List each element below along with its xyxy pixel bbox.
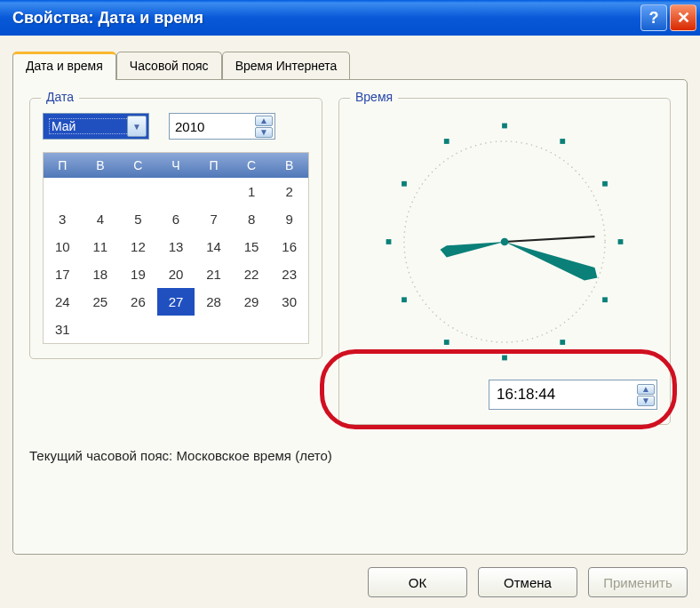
chevron-up-icon: ▲ [641, 384, 650, 394]
svg-rect-4 [602, 297, 608, 302]
tab-panel: Дата Май ▼ 2010 ▲ ▼ [12, 79, 688, 555]
calendar-day[interactable]: 29 [233, 288, 271, 316]
calendar-day [82, 178, 120, 205]
year-spinner[interactable]: 2010 ▲ ▼ [169, 113, 275, 140]
calendar-day [195, 178, 233, 205]
weekday-header: Ч [157, 153, 195, 178]
calendar-day[interactable]: 19 [119, 260, 157, 288]
calendar-day[interactable]: 27 [157, 288, 195, 316]
calendar-day [270, 316, 308, 343]
dialog-buttons: ОК Отмена Применить [12, 567, 688, 597]
calendar-day[interactable]: 1 [233, 178, 271, 205]
calendar-day[interactable]: 20 [157, 260, 195, 288]
month-dropdown[interactable]: Май ▼ [43, 113, 149, 140]
tab-label: Дата и время [26, 59, 103, 73]
year-up-button[interactable]: ▲ [255, 116, 273, 126]
close-icon: ✕ [677, 8, 690, 28]
calendar: ПВСЧПСВ 12345678910111213141516171819202… [43, 152, 309, 344]
chevron-down-icon: ▼ [259, 127, 268, 137]
calendar-day[interactable]: 9 [270, 205, 308, 233]
weekday-header: С [233, 153, 271, 178]
weekday-header: П [44, 153, 82, 178]
time-value: 16:18:44 [497, 386, 555, 404]
apply-button[interactable]: Применить [588, 567, 688, 597]
cancel-button[interactable]: Отмена [478, 567, 577, 597]
chevron-down-icon: ▼ [132, 122, 141, 132]
window-title: Свойства: Дата и время [12, 9, 638, 28]
time-down-button[interactable]: ▼ [637, 396, 655, 406]
tab-label: Часовой пояс [130, 59, 209, 73]
svg-rect-11 [444, 139, 449, 144]
calendar-day[interactable]: 18 [82, 260, 120, 288]
month-dropdown-button[interactable]: ▼ [127, 116, 147, 137]
date-legend: Дата [41, 90, 79, 104]
tab-label: Время Интернета [235, 59, 338, 73]
svg-rect-0 [502, 124, 507, 129]
time-fieldset: Время 1 [338, 98, 671, 425]
svg-rect-2 [602, 181, 608, 187]
calendar-day[interactable]: 2 [270, 178, 308, 205]
hour-hand [441, 242, 505, 257]
calendar-header: ПВСЧПСВ [44, 153, 308, 178]
calendar-day[interactable]: 22 [233, 260, 271, 288]
calendar-day[interactable]: 3 [44, 205, 82, 233]
time-up-button[interactable]: ▲ [637, 384, 655, 395]
calendar-day[interactable]: 25 [82, 288, 120, 316]
calendar-day[interactable]: 16 [270, 233, 308, 260]
calendar-day[interactable]: 31 [44, 316, 82, 343]
time-legend: Время [350, 90, 398, 104]
help-icon: ? [649, 9, 659, 28]
calendar-day [44, 178, 82, 205]
tab-timezone[interactable]: Часовой пояс [116, 52, 222, 79]
tab-date-time[interactable]: Дата и время [12, 52, 116, 80]
svg-rect-6 [502, 356, 507, 361]
calendar-day[interactable]: 13 [157, 233, 195, 260]
svg-rect-1 [560, 139, 565, 144]
calendar-day [157, 316, 195, 343]
analog-clock [376, 113, 633, 371]
calendar-day[interactable]: 8 [233, 205, 271, 233]
calendar-day[interactable]: 12 [119, 233, 157, 260]
calendar-day [119, 178, 157, 205]
weekday-header: С [119, 153, 157, 178]
calendar-day[interactable]: 24 [44, 288, 82, 316]
svg-rect-8 [402, 297, 407, 302]
svg-rect-10 [402, 181, 407, 187]
calendar-day[interactable]: 30 [270, 288, 308, 316]
close-button[interactable]: ✕ [670, 4, 696, 31]
calendar-day[interactable]: 26 [119, 288, 157, 316]
titlebar: Свойства: Дата и время ? ✕ [0, 0, 700, 36]
weekday-header: В [82, 153, 120, 178]
calendar-day [195, 316, 233, 343]
tab-internet-time[interactable]: Время Интернета [222, 52, 351, 79]
calendar-day[interactable]: 4 [82, 205, 120, 233]
calendar-day[interactable]: 14 [195, 233, 233, 260]
calendar-day[interactable]: 17 [44, 260, 82, 288]
date-fieldset: Дата Май ▼ 2010 ▲ ▼ [29, 98, 322, 359]
calendar-day[interactable]: 11 [82, 233, 120, 260]
dialog-body: Дата и время Часовой пояс Время Интернет… [0, 36, 700, 608]
year-down-button[interactable]: ▼ [255, 127, 273, 138]
calendar-body: 1234567891011121314151617181920212223242… [44, 178, 308, 343]
calendar-day[interactable]: 23 [270, 260, 308, 288]
calendar-day[interactable]: 6 [157, 205, 195, 233]
calendar-day [157, 178, 195, 205]
calendar-day[interactable]: 28 [195, 288, 233, 316]
calendar-day[interactable]: 15 [233, 233, 271, 260]
svg-rect-5 [560, 340, 565, 345]
second-hand [505, 236, 595, 242]
calendar-day [82, 316, 120, 343]
minute-hand [505, 242, 597, 281]
calendar-day [233, 316, 271, 343]
timezone-info: Текущий часовой пояс: Московское время (… [29, 448, 671, 463]
button-label: Применить [603, 575, 672, 590]
help-button[interactable]: ? [640, 4, 667, 31]
time-input[interactable]: 16:18:44 ▲ ▼ [489, 380, 657, 410]
chevron-down-icon: ▼ [641, 396, 650, 405]
calendar-day[interactable]: 7 [195, 205, 233, 233]
calendar-day[interactable]: 21 [195, 260, 233, 288]
calendar-day[interactable]: 10 [44, 233, 82, 260]
calendar-day[interactable]: 5 [119, 205, 157, 233]
svg-rect-7 [444, 340, 449, 345]
ok-button[interactable]: ОК [368, 567, 467, 597]
